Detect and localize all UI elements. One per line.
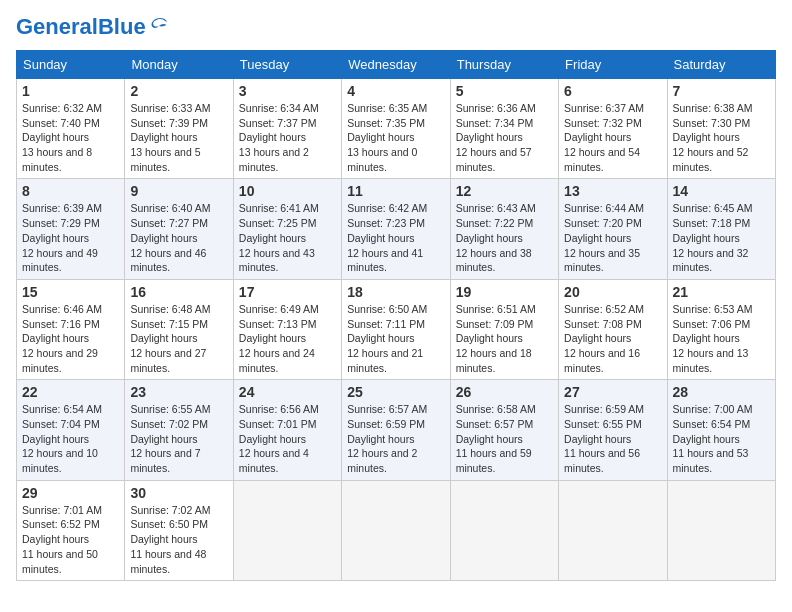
day-info: Sunrise: 6:46 AM Sunset: 7:16 PM Dayligh… — [22, 302, 119, 375]
calendar-cell: 30 Sunrise: 7:02 AM Sunset: 6:50 PM Dayl… — [125, 480, 233, 580]
day-info: Sunrise: 6:53 AM Sunset: 7:06 PM Dayligh… — [673, 302, 770, 375]
day-number: 17 — [239, 284, 336, 300]
col-header-monday: Monday — [125, 51, 233, 79]
col-header-thursday: Thursday — [450, 51, 558, 79]
col-header-saturday: Saturday — [667, 51, 775, 79]
day-number: 2 — [130, 83, 227, 99]
calendar-cell: 20 Sunrise: 6:52 AM Sunset: 7:08 PM Dayl… — [559, 279, 667, 379]
day-info: Sunrise: 6:40 AM Sunset: 7:27 PM Dayligh… — [130, 201, 227, 274]
day-info: Sunrise: 6:59 AM Sunset: 6:55 PM Dayligh… — [564, 402, 661, 475]
calendar-cell: 19 Sunrise: 6:51 AM Sunset: 7:09 PM Dayl… — [450, 279, 558, 379]
calendar-header-row: SundayMondayTuesdayWednesdayThursdayFrid… — [17, 51, 776, 79]
day-number: 22 — [22, 384, 119, 400]
calendar-week-row: 29 Sunrise: 7:01 AM Sunset: 6:52 PM Dayl… — [17, 480, 776, 580]
day-info: Sunrise: 6:49 AM Sunset: 7:13 PM Dayligh… — [239, 302, 336, 375]
calendar-cell: 8 Sunrise: 6:39 AM Sunset: 7:29 PM Dayli… — [17, 179, 125, 279]
calendar-week-row: 22 Sunrise: 6:54 AM Sunset: 7:04 PM Dayl… — [17, 380, 776, 480]
day-number: 18 — [347, 284, 444, 300]
day-info: Sunrise: 6:38 AM Sunset: 7:30 PM Dayligh… — [673, 101, 770, 174]
day-info: Sunrise: 6:37 AM Sunset: 7:32 PM Dayligh… — [564, 101, 661, 174]
day-number: 3 — [239, 83, 336, 99]
calendar-cell: 29 Sunrise: 7:01 AM Sunset: 6:52 PM Dayl… — [17, 480, 125, 580]
calendar-cell: 16 Sunrise: 6:48 AM Sunset: 7:15 PM Dayl… — [125, 279, 233, 379]
calendar-cell: 6 Sunrise: 6:37 AM Sunset: 7:32 PM Dayli… — [559, 79, 667, 179]
day-info: Sunrise: 6:36 AM Sunset: 7:34 PM Dayligh… — [456, 101, 553, 174]
calendar-cell: 11 Sunrise: 6:42 AM Sunset: 7:23 PM Dayl… — [342, 179, 450, 279]
day-number: 4 — [347, 83, 444, 99]
day-number: 5 — [456, 83, 553, 99]
day-info: Sunrise: 6:58 AM Sunset: 6:57 PM Dayligh… — [456, 402, 553, 475]
day-info: Sunrise: 6:51 AM Sunset: 7:09 PM Dayligh… — [456, 302, 553, 375]
day-number: 27 — [564, 384, 661, 400]
calendar-cell: 9 Sunrise: 6:40 AM Sunset: 7:27 PM Dayli… — [125, 179, 233, 279]
calendar-cell: 18 Sunrise: 6:50 AM Sunset: 7:11 PM Dayl… — [342, 279, 450, 379]
calendar-cell: 28 Sunrise: 7:00 AM Sunset: 6:54 PM Dayl… — [667, 380, 775, 480]
calendar-cell: 26 Sunrise: 6:58 AM Sunset: 6:57 PM Dayl… — [450, 380, 558, 480]
calendar-cell: 27 Sunrise: 6:59 AM Sunset: 6:55 PM Dayl… — [559, 380, 667, 480]
logo-bird-icon — [148, 15, 170, 37]
day-info: Sunrise: 7:02 AM Sunset: 6:50 PM Dayligh… — [130, 503, 227, 576]
day-info: Sunrise: 7:00 AM Sunset: 6:54 PM Dayligh… — [673, 402, 770, 475]
calendar-cell: 23 Sunrise: 6:55 AM Sunset: 7:02 PM Dayl… — [125, 380, 233, 480]
day-number: 15 — [22, 284, 119, 300]
logo: GeneralBlue — [16, 16, 170, 38]
calendar-cell — [450, 480, 558, 580]
day-number: 19 — [456, 284, 553, 300]
calendar-cell: 14 Sunrise: 6:45 AM Sunset: 7:18 PM Dayl… — [667, 179, 775, 279]
day-number: 7 — [673, 83, 770, 99]
calendar-cell — [342, 480, 450, 580]
day-info: Sunrise: 6:39 AM Sunset: 7:29 PM Dayligh… — [22, 201, 119, 274]
calendar-cell — [233, 480, 341, 580]
calendar-cell: 3 Sunrise: 6:34 AM Sunset: 7:37 PM Dayli… — [233, 79, 341, 179]
col-header-friday: Friday — [559, 51, 667, 79]
calendar-cell: 1 Sunrise: 6:32 AM Sunset: 7:40 PM Dayli… — [17, 79, 125, 179]
col-header-wednesday: Wednesday — [342, 51, 450, 79]
day-info: Sunrise: 6:33 AM Sunset: 7:39 PM Dayligh… — [130, 101, 227, 174]
calendar-cell: 13 Sunrise: 6:44 AM Sunset: 7:20 PM Dayl… — [559, 179, 667, 279]
col-header-tuesday: Tuesday — [233, 51, 341, 79]
calendar-cell: 12 Sunrise: 6:43 AM Sunset: 7:22 PM Dayl… — [450, 179, 558, 279]
calendar-cell: 5 Sunrise: 6:36 AM Sunset: 7:34 PM Dayli… — [450, 79, 558, 179]
calendar-cell: 15 Sunrise: 6:46 AM Sunset: 7:16 PM Dayl… — [17, 279, 125, 379]
day-number: 20 — [564, 284, 661, 300]
day-info: Sunrise: 6:32 AM Sunset: 7:40 PM Dayligh… — [22, 101, 119, 174]
day-number: 13 — [564, 183, 661, 199]
calendar-cell: 4 Sunrise: 6:35 AM Sunset: 7:35 PM Dayli… — [342, 79, 450, 179]
day-number: 25 — [347, 384, 444, 400]
calendar-week-row: 8 Sunrise: 6:39 AM Sunset: 7:29 PM Dayli… — [17, 179, 776, 279]
calendar-week-row: 15 Sunrise: 6:46 AM Sunset: 7:16 PM Dayl… — [17, 279, 776, 379]
day-number: 6 — [564, 83, 661, 99]
logo-text: GeneralBlue — [16, 16, 146, 38]
day-number: 24 — [239, 384, 336, 400]
day-number: 8 — [22, 183, 119, 199]
col-header-sunday: Sunday — [17, 51, 125, 79]
calendar-table: SundayMondayTuesdayWednesdayThursdayFrid… — [16, 50, 776, 581]
calendar-cell: 25 Sunrise: 6:57 AM Sunset: 6:59 PM Dayl… — [342, 380, 450, 480]
calendar-cell: 22 Sunrise: 6:54 AM Sunset: 7:04 PM Dayl… — [17, 380, 125, 480]
day-info: Sunrise: 6:34 AM Sunset: 7:37 PM Dayligh… — [239, 101, 336, 174]
day-number: 28 — [673, 384, 770, 400]
day-info: Sunrise: 6:48 AM Sunset: 7:15 PM Dayligh… — [130, 302, 227, 375]
day-info: Sunrise: 6:56 AM Sunset: 7:01 PM Dayligh… — [239, 402, 336, 475]
day-number: 29 — [22, 485, 119, 501]
day-number: 10 — [239, 183, 336, 199]
day-number: 16 — [130, 284, 227, 300]
day-number: 12 — [456, 183, 553, 199]
day-number: 21 — [673, 284, 770, 300]
day-info: Sunrise: 6:52 AM Sunset: 7:08 PM Dayligh… — [564, 302, 661, 375]
day-number: 26 — [456, 384, 553, 400]
day-number: 1 — [22, 83, 119, 99]
day-number: 23 — [130, 384, 227, 400]
day-info: Sunrise: 6:54 AM Sunset: 7:04 PM Dayligh… — [22, 402, 119, 475]
calendar-cell: 21 Sunrise: 6:53 AM Sunset: 7:06 PM Dayl… — [667, 279, 775, 379]
day-number: 9 — [130, 183, 227, 199]
day-info: Sunrise: 6:35 AM Sunset: 7:35 PM Dayligh… — [347, 101, 444, 174]
logo-general: General — [16, 14, 98, 39]
day-number: 14 — [673, 183, 770, 199]
day-number: 30 — [130, 485, 227, 501]
page-header: GeneralBlue — [16, 16, 776, 38]
day-info: Sunrise: 7:01 AM Sunset: 6:52 PM Dayligh… — [22, 503, 119, 576]
logo-blue-text: Blue — [98, 14, 146, 39]
day-info: Sunrise: 6:50 AM Sunset: 7:11 PM Dayligh… — [347, 302, 444, 375]
day-number: 11 — [347, 183, 444, 199]
